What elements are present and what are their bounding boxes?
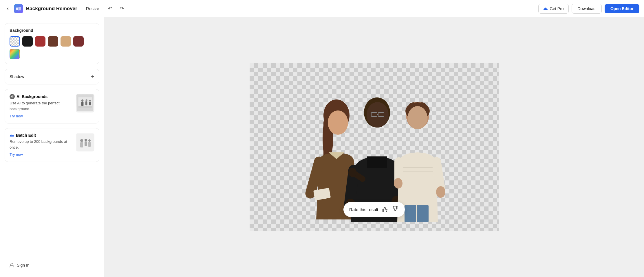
svg-rect-11 bbox=[89, 101, 91, 105]
svg-point-40 bbox=[394, 178, 402, 189]
ai-icon: ⚙ bbox=[10, 94, 15, 99]
swatch-black[interactable] bbox=[22, 36, 33, 47]
batch-edit-content: Batch Edit Remove up to 200 backgrounds … bbox=[10, 133, 72, 157]
ai-backgrounds-card: ⚙ AI Backgrounds Use AI to generate the … bbox=[5, 89, 99, 123]
ai-backgrounds-thumb bbox=[76, 94, 94, 112]
svg-rect-7 bbox=[81, 101, 83, 106]
svg-point-10 bbox=[89, 100, 91, 101]
app-icon bbox=[14, 4, 23, 13]
thumbs-down-button[interactable] bbox=[391, 205, 399, 214]
svg-rect-18 bbox=[88, 142, 91, 147]
svg-point-43 bbox=[348, 168, 356, 177]
open-editor-button[interactable]: Open Editor bbox=[605, 4, 639, 13]
undo-button[interactable]: ↶ bbox=[106, 4, 115, 13]
ai-backgrounds-title: ⚙ AI Backgrounds bbox=[10, 94, 72, 99]
rate-label: Rate this result bbox=[349, 207, 378, 212]
svg-rect-41 bbox=[405, 205, 416, 222]
svg-point-39 bbox=[436, 186, 445, 198]
svg-rect-42 bbox=[417, 205, 429, 222]
svg-rect-9 bbox=[85, 101, 87, 105]
svg-point-24 bbox=[328, 110, 348, 135]
batch-edit-desc: Remove up to 200 backgrounds at once. bbox=[10, 139, 72, 150]
image-container: Rate this result bbox=[250, 63, 499, 231]
svg-rect-31 bbox=[367, 156, 387, 168]
color-swatches bbox=[10, 36, 94, 59]
resize-button[interactable]: Resize bbox=[83, 4, 103, 13]
add-shadow-button[interactable]: + bbox=[91, 74, 94, 80]
rate-pill: Rate this result bbox=[343, 202, 405, 217]
user-icon bbox=[9, 263, 14, 268]
swatch-brown[interactable] bbox=[48, 36, 58, 47]
shadow-label: Shadow bbox=[10, 74, 24, 79]
thumbs-up-icon bbox=[382, 206, 388, 212]
sidebar-spacer bbox=[5, 167, 99, 254]
batch-edit-card: Batch Edit Remove up to 200 backgrounds … bbox=[5, 128, 99, 162]
swatch-gradient[interactable] bbox=[10, 49, 20, 59]
download-button[interactable]: Download bbox=[572, 4, 602, 14]
get-pro-button[interactable]: Get Pro bbox=[538, 4, 568, 14]
sign-in-label: Sign In bbox=[17, 263, 30, 267]
canvas-area: Rate this result bbox=[104, 17, 644, 277]
svg-point-13 bbox=[80, 139, 83, 142]
svg-point-38 bbox=[408, 106, 427, 129]
svg-point-17 bbox=[88, 139, 91, 142]
swatch-red[interactable] bbox=[35, 36, 45, 47]
svg-point-8 bbox=[85, 99, 87, 101]
app-header: ‹ Background Remover Resize ↶ ↷ Get Pro … bbox=[0, 0, 644, 17]
batch-edit-title: Batch Edit bbox=[10, 133, 72, 138]
thumbs-down-icon bbox=[392, 206, 398, 212]
swatch-tan[interactable] bbox=[61, 36, 71, 47]
svg-point-6 bbox=[81, 99, 83, 101]
svg-rect-16 bbox=[85, 141, 87, 146]
crown-icon bbox=[543, 7, 548, 11]
batch-edit-try-now[interactable]: Try now bbox=[10, 152, 23, 157]
background-label: Background bbox=[10, 28, 94, 33]
svg-rect-0 bbox=[16, 8, 18, 10]
background-section: Background bbox=[5, 23, 99, 64]
svg-rect-14 bbox=[80, 142, 83, 147]
app-title: Background Remover bbox=[26, 6, 77, 12]
ai-backgrounds-desc: Use AI to generate the perfect backgroun… bbox=[10, 100, 72, 112]
get-pro-label: Get Pro bbox=[550, 6, 564, 11]
redo-button[interactable]: ↷ bbox=[118, 4, 127, 13]
shadow-section: Shadow + bbox=[5, 69, 99, 84]
back-button[interactable]: ‹ bbox=[5, 4, 11, 13]
svg-rect-5 bbox=[78, 106, 92, 108]
main-layout: Background Shadow + ⚙ AI bbox=[0, 17, 644, 277]
sign-in-row[interactable]: Sign In bbox=[5, 259, 99, 271]
svg-point-15 bbox=[85, 139, 87, 141]
batch-crown-icon bbox=[10, 133, 14, 137]
header-right: Get Pro Download Open Editor bbox=[538, 4, 639, 14]
ai-backgrounds-content: ⚙ AI Backgrounds Use AI to generate the … bbox=[10, 94, 72, 119]
svg-rect-1 bbox=[19, 7, 21, 10]
swatch-darkred[interactable] bbox=[73, 36, 84, 47]
header-left: ‹ Background Remover Resize ↶ ↷ bbox=[5, 4, 535, 13]
sidebar: Background Shadow + ⚙ AI bbox=[0, 17, 104, 277]
ai-backgrounds-try-now[interactable]: Try now bbox=[10, 114, 23, 118]
batch-edit-thumb bbox=[76, 133, 94, 152]
thumbs-up-button[interactable] bbox=[381, 205, 389, 214]
swatch-transparent[interactable] bbox=[10, 36, 20, 47]
